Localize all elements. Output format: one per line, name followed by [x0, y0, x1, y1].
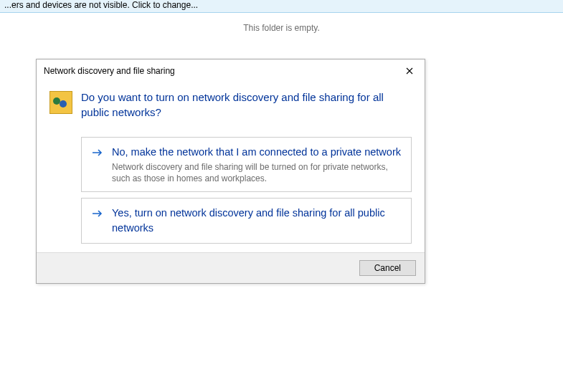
network-sharing-dialog: Network discovery and file sharing Do yo… [36, 59, 425, 284]
dialog-question: Do you want to turn on network discovery… [81, 90, 412, 120]
close-button[interactable] [400, 64, 419, 78]
empty-folder-message: This folder is empty. [0, 23, 563, 33]
network-users-icon [49, 91, 72, 114]
option-private-network[interactable]: No, make the network that I am connected… [81, 137, 412, 192]
option-title: No, make the network that I am connected… [112, 145, 402, 160]
info-bar[interactable]: ...ers and devices are not visible. Clic… [0, 0, 563, 13]
arrow-right-icon [92, 146, 103, 159]
dialog-body: Do you want to turn on network discovery… [37, 82, 425, 252]
option-public-network[interactable]: Yes, turn on network discovery and file … [81, 198, 412, 244]
option-text: Yes, turn on network discovery and file … [112, 206, 402, 236]
option-title: Yes, turn on network discovery and file … [112, 206, 402, 236]
option-text: No, make the network that I am connected… [112, 145, 402, 184]
dialog-title: Network discovery and file sharing [44, 66, 175, 76]
arrow-right-icon [92, 207, 103, 220]
option-description: Network discovery and file sharing will … [112, 161, 402, 184]
question-row: Do you want to turn on network discovery… [49, 90, 412, 120]
dialog-footer: Cancel [37, 252, 425, 283]
dialog-titlebar: Network discovery and file sharing [37, 59, 425, 82]
cancel-button[interactable]: Cancel [359, 260, 416, 276]
close-icon [406, 67, 413, 75]
